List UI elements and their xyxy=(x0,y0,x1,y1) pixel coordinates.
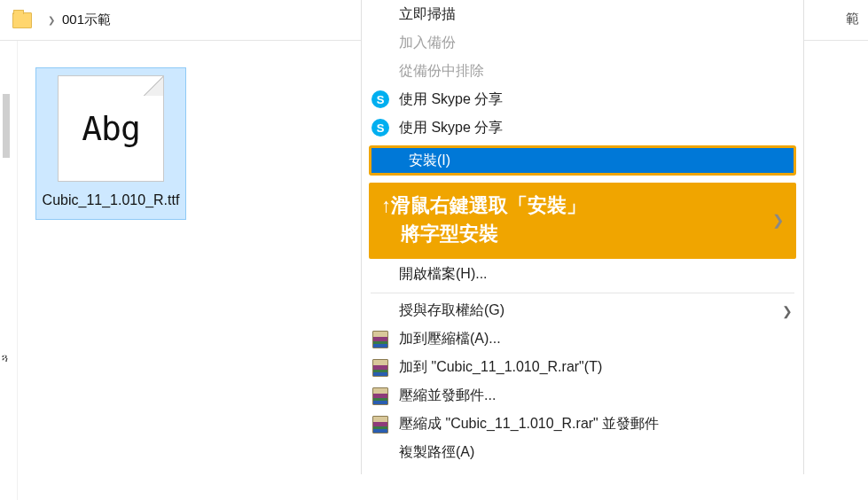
menu-rar-add-named-label: 加到 "Cubic_11_1.010_R.rar"(T) xyxy=(399,358,793,377)
menu-skype-share-1-label: 使用 Skype 分享 xyxy=(399,90,793,109)
folder-icon xyxy=(12,12,32,28)
gutter-glyph: ጓ xyxy=(2,351,8,365)
menu-rar-compress-mail[interactable]: 壓縮並發郵件... xyxy=(362,382,803,410)
menu-exclude-backup-label: 從備份中排除 xyxy=(399,62,793,81)
menu-open-file[interactable]: 開啟檔案(H)... xyxy=(362,261,803,289)
left-gutter: ጓ xyxy=(0,41,18,500)
skype-icon: S xyxy=(371,118,390,137)
winrar-icon xyxy=(371,415,390,434)
menu-open-file-label: 開啟檔案(H)... xyxy=(399,265,793,284)
skype-icon: S xyxy=(371,90,390,109)
font-file-icon: Abg xyxy=(58,75,164,182)
winrar-icon xyxy=(371,330,390,349)
annotation-callout: ↑滑鼠右鍵選取「安裝」 將字型安裝 ❯ xyxy=(369,183,796,259)
menu-copy-path[interactable]: 複製路徑(A) xyxy=(362,439,803,467)
chevron-right-icon: ❯ xyxy=(48,15,55,25)
menu-exclude-backup: 從備份中排除 xyxy=(362,57,803,85)
menu-skype-share-2-label: 使用 Skype 分享 xyxy=(399,119,793,137)
winrar-icon xyxy=(371,387,390,406)
install-highlight-frame: 安裝(I) xyxy=(369,145,796,176)
annotation-line2: 將字型安裝 xyxy=(381,220,784,248)
file-name-label: Cubic_11_1.010_R.ttf xyxy=(42,191,180,210)
context-menu: 立即掃描 加入備份 從備份中排除 S 使用 Skype 分享 S 使用 Skyp… xyxy=(361,0,804,474)
menu-grant-access-label: 授與存取權給(G) xyxy=(399,301,782,320)
menu-copy-path-label: 複製路徑(A) xyxy=(399,443,793,462)
menu-scan-now[interactable]: 立即掃描 xyxy=(362,0,803,28)
menu-scan-now-label: 立即掃描 xyxy=(399,5,793,24)
breadcrumb-folder[interactable]: 001示範 xyxy=(62,12,111,28)
menu-grant-access[interactable]: 授與存取權給(G) ❯ xyxy=(362,297,803,325)
menu-rar-compress-named-mail-label: 壓縮成 "Cubic_11_1.010_R.rar" 並發郵件 xyxy=(399,415,793,434)
menu-rar-add[interactable]: 加到壓縮檔(A)... xyxy=(362,325,803,354)
menu-rar-compress-named-mail[interactable]: 壓縮成 "Cubic_11_1.010_R.rar" 並發郵件 xyxy=(362,410,803,439)
menu-rar-add-label: 加到壓縮檔(A)... xyxy=(399,330,793,348)
gutter-marker xyxy=(3,94,10,158)
menu-add-backup: 加入備份 xyxy=(362,28,803,57)
menu-skype-share-1[interactable]: S 使用 Skype 分享 xyxy=(362,85,803,113)
clipped-text: 範 xyxy=(846,11,859,27)
annotation-line1: ↑滑鼠右鍵選取「安裝」 xyxy=(381,191,784,220)
menu-rar-add-named[interactable]: 加到 "Cubic_11_1.010_R.rar"(T) xyxy=(362,354,803,382)
menu-install-label: 安裝(I) xyxy=(409,152,783,170)
menu-skype-share-2[interactable]: S 使用 Skype 分享 xyxy=(362,113,803,142)
file-item-selected[interactable]: Abg Cubic_11_1.010_R.ttf xyxy=(35,67,186,220)
menu-separator xyxy=(371,293,794,293)
menu-add-backup-label: 加入備份 xyxy=(399,34,793,52)
menu-rar-compress-mail-label: 壓縮並發郵件... xyxy=(399,387,793,405)
winrar-icon xyxy=(371,358,390,378)
chevron-right-icon: ❯ xyxy=(782,304,793,318)
submenu-arrow-icon: ❯ xyxy=(772,210,784,230)
font-sample-text: Abg xyxy=(82,109,140,148)
menu-install[interactable]: 安裝(I) xyxy=(371,148,794,173)
